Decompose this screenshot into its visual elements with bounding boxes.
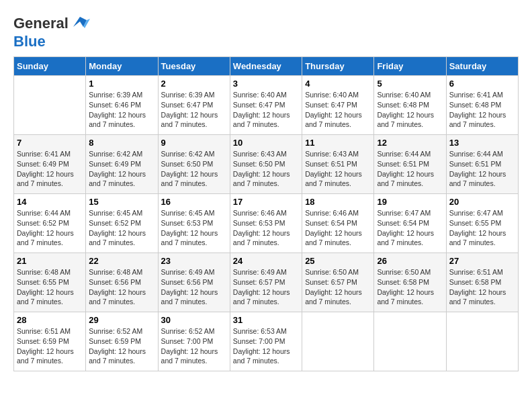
calendar-cell: 22Sunrise: 6:48 AM Sunset: 6:56 PM Dayli…: [86, 253, 158, 312]
day-number: 23: [161, 256, 227, 266]
day-number: 3: [233, 79, 299, 89]
calendar-cell: 27Sunrise: 6:51 AM Sunset: 6:58 PM Dayli…: [446, 253, 518, 312]
day-number: 1: [89, 79, 154, 89]
calendar-cell: [374, 312, 446, 371]
calendar-cell: 24Sunrise: 6:49 AM Sunset: 6:57 PM Dayli…: [230, 253, 302, 312]
day-info: Sunrise: 6:44 AM Sunset: 6:52 PM Dayligh…: [17, 208, 83, 248]
day-number: 14: [17, 197, 83, 207]
day-number: 28: [17, 315, 83, 325]
logo-general-text: General: [13, 15, 69, 32]
day-info: Sunrise: 6:52 AM Sunset: 7:00 PM Dayligh…: [161, 326, 227, 366]
day-header-monday: Monday: [86, 57, 158, 76]
day-number: 25: [305, 256, 371, 266]
calendar-cell: 29Sunrise: 6:52 AM Sunset: 6:59 PM Dayli…: [86, 312, 158, 371]
day-number: 30: [161, 315, 227, 325]
day-header-thursday: Thursday: [302, 57, 374, 76]
day-info: Sunrise: 6:39 AM Sunset: 6:47 PM Dayligh…: [161, 90, 227, 130]
day-number: 17: [233, 197, 299, 207]
day-info: Sunrise: 6:47 AM Sunset: 6:55 PM Dayligh…: [449, 208, 515, 248]
day-number: 10: [233, 138, 299, 148]
day-info: Sunrise: 6:51 AM Sunset: 6:59 PM Dayligh…: [17, 326, 83, 366]
day-header-friday: Friday: [374, 57, 446, 76]
calendar-cell: 31Sunrise: 6:53 AM Sunset: 7:00 PM Dayli…: [230, 312, 302, 371]
calendar-cell: 10Sunrise: 6:43 AM Sunset: 6:50 PM Dayli…: [230, 135, 302, 194]
day-info: Sunrise: 6:49 AM Sunset: 6:57 PM Dayligh…: [233, 267, 299, 307]
calendar-cell: 1Sunrise: 6:39 AM Sunset: 6:46 PM Daylig…: [86, 76, 158, 135]
day-info: Sunrise: 6:41 AM Sunset: 6:49 PM Dayligh…: [17, 149, 83, 189]
day-number: 4: [305, 79, 371, 89]
calendar-cell: 18Sunrise: 6:46 AM Sunset: 6:54 PM Dayli…: [302, 194, 374, 253]
day-number: 24: [233, 256, 299, 266]
day-number: 7: [17, 138, 83, 148]
calendar-cell: 3Sunrise: 6:40 AM Sunset: 6:47 PM Daylig…: [230, 76, 302, 135]
day-number: 11: [305, 138, 371, 148]
day-number: 26: [377, 256, 443, 266]
day-number: 2: [161, 79, 227, 89]
day-info: Sunrise: 6:43 AM Sunset: 6:51 PM Dayligh…: [305, 149, 371, 189]
day-info: Sunrise: 6:47 AM Sunset: 6:54 PM Dayligh…: [377, 208, 443, 248]
day-number: 22: [89, 256, 154, 266]
day-number: 21: [17, 256, 83, 266]
day-info: Sunrise: 6:45 AM Sunset: 6:52 PM Dayligh…: [89, 208, 154, 248]
day-info: Sunrise: 6:39 AM Sunset: 6:46 PM Dayligh…: [89, 90, 154, 130]
calendar-cell: 23Sunrise: 6:49 AM Sunset: 6:56 PM Dayli…: [158, 253, 230, 312]
day-info: Sunrise: 6:46 AM Sunset: 6:54 PM Dayligh…: [305, 208, 371, 248]
day-header-wednesday: Wednesday: [230, 57, 302, 76]
calendar-cell: 21Sunrise: 6:48 AM Sunset: 6:55 PM Dayli…: [14, 253, 86, 312]
day-info: Sunrise: 6:53 AM Sunset: 7:00 PM Dayligh…: [233, 326, 299, 366]
calendar-cell: 9Sunrise: 6:42 AM Sunset: 6:50 PM Daylig…: [158, 135, 230, 194]
day-info: Sunrise: 6:48 AM Sunset: 6:55 PM Dayligh…: [17, 267, 83, 307]
day-header-sunday: Sunday: [14, 57, 86, 76]
day-number: 19: [377, 197, 443, 207]
calendar-cell: 19Sunrise: 6:47 AM Sunset: 6:54 PM Dayli…: [374, 194, 446, 253]
calendar-cell: 17Sunrise: 6:46 AM Sunset: 6:53 PM Dayli…: [230, 194, 302, 253]
calendar-week-row: 28Sunrise: 6:51 AM Sunset: 6:59 PM Dayli…: [14, 312, 519, 371]
day-info: Sunrise: 6:40 AM Sunset: 6:48 PM Dayligh…: [377, 90, 443, 130]
day-info: Sunrise: 6:51 AM Sunset: 6:58 PM Dayligh…: [449, 267, 515, 307]
day-info: Sunrise: 6:41 AM Sunset: 6:48 PM Dayligh…: [449, 90, 515, 130]
day-info: Sunrise: 6:42 AM Sunset: 6:49 PM Dayligh…: [89, 149, 154, 189]
calendar-cell: 13Sunrise: 6:44 AM Sunset: 6:51 PM Dayli…: [446, 135, 518, 194]
day-number: 31: [233, 315, 299, 325]
day-info: Sunrise: 6:49 AM Sunset: 6:56 PM Dayligh…: [161, 267, 227, 307]
day-number: 27: [449, 256, 515, 266]
day-number: 6: [449, 79, 515, 89]
day-info: Sunrise: 6:52 AM Sunset: 6:59 PM Dayligh…: [89, 326, 154, 366]
logo-blue-text: Blue: [13, 33, 46, 50]
calendar-week-row: 21Sunrise: 6:48 AM Sunset: 6:55 PM Dayli…: [14, 253, 519, 312]
calendar-week-row: 1Sunrise: 6:39 AM Sunset: 6:46 PM Daylig…: [14, 76, 519, 135]
calendar-cell: 5Sunrise: 6:40 AM Sunset: 6:48 PM Daylig…: [374, 76, 446, 135]
logo-bird-icon: [70, 13, 90, 34]
day-info: Sunrise: 6:45 AM Sunset: 6:53 PM Dayligh…: [161, 208, 227, 248]
day-number: 8: [89, 138, 154, 148]
calendar-week-row: 7Sunrise: 6:41 AM Sunset: 6:49 PM Daylig…: [14, 135, 519, 194]
day-number: 18: [305, 197, 371, 207]
day-header-saturday: Saturday: [446, 57, 518, 76]
day-number: 13: [449, 138, 515, 148]
day-info: Sunrise: 6:43 AM Sunset: 6:50 PM Dayligh…: [233, 149, 299, 189]
calendar-cell: 6Sunrise: 6:41 AM Sunset: 6:48 PM Daylig…: [446, 76, 518, 135]
page-header: General Blue: [13, 13, 519, 50]
calendar-cell: [302, 312, 374, 371]
day-info: Sunrise: 6:46 AM Sunset: 6:53 PM Dayligh…: [233, 208, 299, 248]
calendar-table: SundayMondayTuesdayWednesdayThursdayFrid…: [13, 56, 519, 371]
calendar-cell: 26Sunrise: 6:50 AM Sunset: 6:58 PM Dayli…: [374, 253, 446, 312]
day-number: 29: [89, 315, 154, 325]
calendar-cell: 28Sunrise: 6:51 AM Sunset: 6:59 PM Dayli…: [14, 312, 86, 371]
calendar-week-row: 14Sunrise: 6:44 AM Sunset: 6:52 PM Dayli…: [14, 194, 519, 253]
day-number: 9: [161, 138, 227, 148]
calendar-cell: 30Sunrise: 6:52 AM Sunset: 7:00 PM Dayli…: [158, 312, 230, 371]
calendar-cell: [14, 76, 86, 135]
calendar-cell: 2Sunrise: 6:39 AM Sunset: 6:47 PM Daylig…: [158, 76, 230, 135]
logo: General Blue: [13, 13, 90, 50]
day-info: Sunrise: 6:42 AM Sunset: 6:50 PM Dayligh…: [161, 149, 227, 189]
calendar-cell: 7Sunrise: 6:41 AM Sunset: 6:49 PM Daylig…: [14, 135, 86, 194]
calendar-cell: 8Sunrise: 6:42 AM Sunset: 6:49 PM Daylig…: [86, 135, 158, 194]
day-number: 12: [377, 138, 443, 148]
calendar-cell: [446, 312, 518, 371]
day-info: Sunrise: 6:44 AM Sunset: 6:51 PM Dayligh…: [449, 149, 515, 189]
calendar-cell: 25Sunrise: 6:50 AM Sunset: 6:57 PM Dayli…: [302, 253, 374, 312]
day-info: Sunrise: 6:50 AM Sunset: 6:57 PM Dayligh…: [305, 267, 371, 307]
calendar-cell: 16Sunrise: 6:45 AM Sunset: 6:53 PM Dayli…: [158, 194, 230, 253]
calendar-cell: 11Sunrise: 6:43 AM Sunset: 6:51 PM Dayli…: [302, 135, 374, 194]
